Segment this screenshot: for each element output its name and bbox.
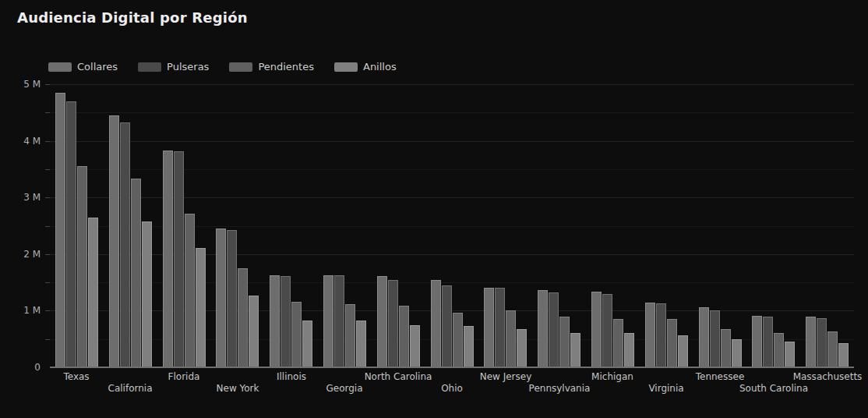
legend-swatch-collares xyxy=(48,62,72,72)
legend: CollaresPulserasPendientesAnillos xyxy=(48,61,417,73)
y-axis-label: 5 M xyxy=(5,80,41,89)
bar-anillos-new-york xyxy=(249,296,259,367)
x-axis-label: Illinois xyxy=(277,371,306,382)
bar-pendientes-new-jersey xyxy=(506,310,516,367)
bar-pendientes-new-york xyxy=(238,268,248,367)
bar-pendientes-massachusetts xyxy=(827,331,838,367)
bar-anillos-massachusetts xyxy=(838,343,849,367)
bar-pulseras-massachusetts xyxy=(817,318,827,367)
bar-collares-florida xyxy=(163,151,173,367)
bar-collares-pennsylvania xyxy=(538,290,548,367)
bar-pulseras-new-jersey xyxy=(495,288,505,367)
gridline xyxy=(50,84,854,85)
bar-pulseras-michigan xyxy=(602,294,612,367)
bar-collares-georgia xyxy=(323,275,333,367)
x-axis-label: New Jersey xyxy=(480,371,532,382)
bar-collares-illinois xyxy=(270,275,280,367)
bar-pendientes-georgia xyxy=(345,304,355,367)
bar-collares-tennessee xyxy=(699,307,709,367)
legend-swatch-pulseras xyxy=(138,62,161,72)
y-axis-tick xyxy=(45,282,50,283)
bar-pulseras-north-carolina xyxy=(388,280,398,367)
bar-collares-california xyxy=(109,115,119,367)
y-axis-label: 3 M xyxy=(5,193,41,202)
x-axis-label: Tennessee xyxy=(696,371,745,382)
bar-anillos-california xyxy=(142,221,152,367)
bar-collares-north-carolina xyxy=(377,276,387,367)
x-axis-label: Pennsylvania xyxy=(529,383,591,394)
y-axis-tick xyxy=(45,254,50,255)
bar-chart: Audiencia Digital por Región CollaresPul… xyxy=(0,0,868,418)
bar-pendientes-ohio xyxy=(453,313,463,367)
bar-anillos-north-carolina xyxy=(410,325,420,367)
bar-collares-new-york xyxy=(216,228,226,367)
bar-anillos-georgia xyxy=(356,321,366,367)
bar-pendientes-pennsylvania xyxy=(559,317,570,367)
legend-label: Collares xyxy=(77,61,118,73)
bar-anillos-virginia xyxy=(678,335,688,367)
x-axis-label: North Carolina xyxy=(365,371,432,382)
x-axis-label: Florida xyxy=(168,371,200,382)
bar-collares-texas xyxy=(55,93,65,367)
legend-item-anillos[interactable]: Anillos xyxy=(334,61,397,73)
y-axis-label: 2 M xyxy=(5,250,41,259)
bar-pendientes-california xyxy=(131,179,141,367)
gridline xyxy=(50,112,854,113)
bar-pendientes-virginia xyxy=(667,319,677,367)
bar-pendientes-florida xyxy=(185,214,195,367)
x-axis-line xyxy=(50,367,854,368)
legend-item-collares[interactable]: Collares xyxy=(48,61,118,73)
y-axis-tick xyxy=(45,310,50,311)
y-axis-tick xyxy=(45,339,50,340)
y-axis-tick xyxy=(45,141,50,142)
legend-label: Anillos xyxy=(363,61,397,73)
x-axis-label: Virginia xyxy=(648,383,683,394)
legend-label: Pendientes xyxy=(258,61,314,73)
legend-item-pendientes[interactable]: Pendientes xyxy=(229,61,314,73)
bar-pulseras-florida xyxy=(174,151,184,367)
bar-collares-virginia xyxy=(645,303,655,367)
bar-pendientes-tennessee xyxy=(721,329,731,367)
x-axis-label: Massachusetts xyxy=(793,371,863,382)
bar-pendientes-north-carolina xyxy=(399,306,409,367)
y-axis-tick xyxy=(45,197,50,198)
bar-anillos-pennsylvania xyxy=(570,333,580,367)
y-axis-label: 4 M xyxy=(5,136,41,146)
y-axis-tick xyxy=(45,112,50,113)
bar-anillos-tennessee xyxy=(732,339,742,367)
bar-pulseras-virginia xyxy=(656,303,666,367)
bar-pulseras-ohio xyxy=(442,285,452,367)
x-axis-label: Michigan xyxy=(591,371,633,382)
bar-collares-ohio xyxy=(431,280,441,367)
x-axis-label: Texas xyxy=(63,371,89,382)
bar-pulseras-georgia xyxy=(334,275,344,367)
legend-item-pulseras[interactable]: Pulseras xyxy=(138,61,209,73)
bar-anillos-new-jersey xyxy=(517,329,527,367)
legend-swatch-pendientes xyxy=(229,62,252,72)
bar-collares-new-jersey xyxy=(484,288,494,367)
legend-label: Pulseras xyxy=(167,61,209,73)
chart-title: Audiencia Digital por Región xyxy=(17,9,248,26)
bar-pulseras-texas xyxy=(66,101,76,367)
x-axis-label: New York xyxy=(217,383,259,394)
bar-anillos-florida xyxy=(196,248,206,367)
legend-swatch-anillos xyxy=(334,62,358,72)
bar-anillos-ohio xyxy=(464,326,474,367)
bar-pulseras-illinois xyxy=(281,276,291,367)
bar-pulseras-california xyxy=(120,122,130,367)
y-axis-tick xyxy=(45,84,50,85)
y-axis-tick xyxy=(45,226,50,227)
gridline xyxy=(50,141,854,142)
bar-pendientes-south-carolina xyxy=(774,333,784,367)
y-axis-tick xyxy=(45,169,50,170)
bar-pendientes-illinois xyxy=(291,302,302,367)
bar-anillos-michigan xyxy=(624,333,634,367)
bar-pulseras-pennsylvania xyxy=(549,292,559,367)
bar-anillos-illinois xyxy=(302,321,312,367)
bar-collares-michigan xyxy=(591,292,602,367)
x-axis-label: Georgia xyxy=(326,383,362,394)
x-axis-label: California xyxy=(108,383,153,394)
bar-pulseras-south-carolina xyxy=(763,317,773,367)
y-axis-label: 0 xyxy=(5,363,41,372)
bar-anillos-south-carolina xyxy=(785,342,795,367)
